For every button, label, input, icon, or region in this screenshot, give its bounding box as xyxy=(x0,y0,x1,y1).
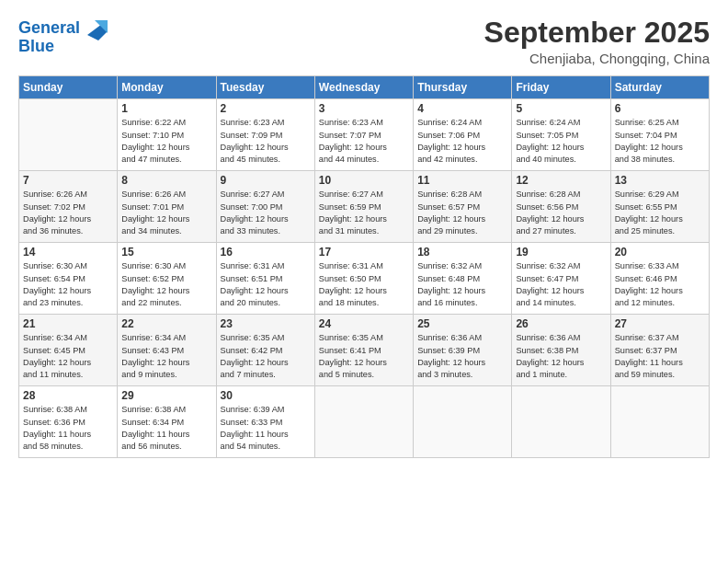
calendar-cell: 14Sunrise: 6:30 AM Sunset: 6:54 PM Dayli… xyxy=(19,243,118,315)
weekday-header: Monday xyxy=(118,76,216,99)
calendar-cell: 25Sunrise: 6:36 AM Sunset: 6:39 PM Dayli… xyxy=(414,315,512,386)
calendar-cell: 22Sunrise: 6:34 AM Sunset: 6:43 PM Dayli… xyxy=(118,315,216,386)
weekday-header: Wednesday xyxy=(314,76,413,99)
day-info: Sunrise: 6:31 AM Sunset: 6:50 PM Dayligh… xyxy=(319,260,409,309)
day-info: Sunrise: 6:29 AM Sunset: 6:55 PM Dayligh… xyxy=(615,189,705,237)
day-number: 9 xyxy=(221,174,311,187)
day-number: 29 xyxy=(121,389,211,402)
day-info: Sunrise: 6:30 AM Sunset: 6:52 PM Dayligh… xyxy=(121,260,211,309)
day-number: 22 xyxy=(121,317,211,330)
day-number: 4 xyxy=(417,102,507,115)
day-number: 12 xyxy=(516,174,606,187)
day-info: Sunrise: 6:38 AM Sunset: 6:34 PM Dayligh… xyxy=(121,404,211,453)
calendar-cell: 1Sunrise: 6:22 AM Sunset: 7:10 PM Daylig… xyxy=(118,99,216,171)
day-info: Sunrise: 6:35 AM Sunset: 6:42 PM Dayligh… xyxy=(221,332,311,381)
day-info: Sunrise: 6:30 AM Sunset: 6:54 PM Dayligh… xyxy=(23,260,113,309)
day-info: Sunrise: 6:34 AM Sunset: 6:45 PM Dayligh… xyxy=(23,332,113,381)
day-number: 25 xyxy=(417,317,507,330)
calendar-cell xyxy=(19,99,118,171)
weekday-header-row: SundayMondayTuesdayWednesdayThursdayFrid… xyxy=(19,76,710,99)
day-number: 2 xyxy=(221,102,311,115)
day-number: 1 xyxy=(121,102,211,115)
day-number: 30 xyxy=(221,389,311,402)
logo: General Blue xyxy=(18,17,108,56)
day-number: 28 xyxy=(23,389,113,402)
month-title: September 2025 xyxy=(484,17,710,49)
calendar-cell: 19Sunrise: 6:32 AM Sunset: 6:47 PM Dayli… xyxy=(512,243,610,315)
day-number: 13 xyxy=(615,174,705,187)
calendar-cell: 5Sunrise: 6:24 AM Sunset: 7:05 PM Daylig… xyxy=(512,99,610,171)
location-title: Chenjiaba, Chongqing, China xyxy=(484,51,710,66)
calendar-table: SundayMondayTuesdayWednesdayThursdayFrid… xyxy=(18,75,710,458)
calendar-cell: 6Sunrise: 6:25 AM Sunset: 7:04 PM Daylig… xyxy=(610,99,709,171)
day-info: Sunrise: 6:33 AM Sunset: 6:46 PM Dayligh… xyxy=(615,260,705,309)
calendar-cell: 30Sunrise: 6:39 AM Sunset: 6:33 PM Dayli… xyxy=(216,386,314,458)
calendar-cell xyxy=(414,386,512,458)
day-number: 23 xyxy=(221,317,311,330)
calendar-week-row: 7Sunrise: 6:26 AM Sunset: 7:02 PM Daylig… xyxy=(19,171,710,243)
calendar-week-row: 1Sunrise: 6:22 AM Sunset: 7:10 PM Daylig… xyxy=(19,99,710,171)
day-info: Sunrise: 6:24 AM Sunset: 7:06 PM Dayligh… xyxy=(417,117,507,166)
weekday-header: Saturday xyxy=(610,76,709,99)
weekday-header: Friday xyxy=(512,76,610,99)
day-info: Sunrise: 6:26 AM Sunset: 7:01 PM Dayligh… xyxy=(121,189,211,237)
day-info: Sunrise: 6:27 AM Sunset: 6:59 PM Dayligh… xyxy=(319,189,409,237)
calendar-cell: 24Sunrise: 6:35 AM Sunset: 6:41 PM Dayli… xyxy=(314,315,413,386)
day-info: Sunrise: 6:34 AM Sunset: 6:43 PM Dayligh… xyxy=(121,332,211,381)
day-number: 16 xyxy=(221,246,311,259)
day-number: 3 xyxy=(319,102,409,115)
page: General Blue September 2025 Chenjiaba, C… xyxy=(0,0,728,563)
logo-icon xyxy=(82,15,108,40)
day-number: 21 xyxy=(23,317,113,330)
day-number: 15 xyxy=(121,246,211,259)
calendar-cell xyxy=(512,386,610,458)
day-number: 8 xyxy=(121,174,211,187)
day-number: 5 xyxy=(516,102,606,115)
day-number: 11 xyxy=(417,174,507,187)
calendar-cell: 15Sunrise: 6:30 AM Sunset: 6:52 PM Dayli… xyxy=(118,243,216,315)
day-info: Sunrise: 6:22 AM Sunset: 7:10 PM Dayligh… xyxy=(121,117,211,166)
day-info: Sunrise: 6:28 AM Sunset: 6:56 PM Dayligh… xyxy=(516,189,606,237)
day-number: 10 xyxy=(319,174,409,187)
calendar-cell: 9Sunrise: 6:27 AM Sunset: 7:00 PM Daylig… xyxy=(216,171,314,243)
calendar-cell: 12Sunrise: 6:28 AM Sunset: 6:56 PM Dayli… xyxy=(512,171,610,243)
title-block: September 2025 Chenjiaba, Chongqing, Chi… xyxy=(484,17,710,66)
calendar-cell: 10Sunrise: 6:27 AM Sunset: 6:59 PM Dayli… xyxy=(314,171,413,243)
day-info: Sunrise: 6:24 AM Sunset: 7:05 PM Dayligh… xyxy=(516,117,606,166)
calendar-cell: 2Sunrise: 6:23 AM Sunset: 7:09 PM Daylig… xyxy=(216,99,314,171)
day-info: Sunrise: 6:39 AM Sunset: 6:33 PM Dayligh… xyxy=(221,404,311,453)
day-number: 14 xyxy=(23,246,113,259)
calendar-week-row: 28Sunrise: 6:38 AM Sunset: 6:36 PM Dayli… xyxy=(19,386,710,458)
calendar-cell: 18Sunrise: 6:32 AM Sunset: 6:48 PM Dayli… xyxy=(414,243,512,315)
calendar-cell: 13Sunrise: 6:29 AM Sunset: 6:55 PM Dayli… xyxy=(610,171,709,243)
calendar-cell xyxy=(314,386,413,458)
day-info: Sunrise: 6:27 AM Sunset: 7:00 PM Dayligh… xyxy=(221,189,311,237)
weekday-header: Thursday xyxy=(414,76,512,99)
calendar-cell: 4Sunrise: 6:24 AM Sunset: 7:06 PM Daylig… xyxy=(414,99,512,171)
day-number: 19 xyxy=(516,246,606,259)
day-number: 17 xyxy=(319,246,409,259)
calendar-cell: 27Sunrise: 6:37 AM Sunset: 6:37 PM Dayli… xyxy=(610,315,709,386)
day-number: 7 xyxy=(23,174,113,187)
calendar-cell: 28Sunrise: 6:38 AM Sunset: 6:36 PM Dayli… xyxy=(19,386,118,458)
day-info: Sunrise: 6:26 AM Sunset: 7:02 PM Dayligh… xyxy=(23,189,113,237)
day-info: Sunrise: 6:31 AM Sunset: 6:51 PM Dayligh… xyxy=(221,260,311,309)
day-number: 27 xyxy=(615,317,705,330)
calendar-cell: 11Sunrise: 6:28 AM Sunset: 6:57 PM Dayli… xyxy=(414,171,512,243)
day-number: 26 xyxy=(516,317,606,330)
day-info: Sunrise: 6:35 AM Sunset: 6:41 PM Dayligh… xyxy=(319,332,409,381)
day-number: 6 xyxy=(615,102,705,115)
day-number: 20 xyxy=(615,246,705,259)
calendar-cell: 21Sunrise: 6:34 AM Sunset: 6:45 PM Dayli… xyxy=(19,315,118,386)
calendar-cell: 23Sunrise: 6:35 AM Sunset: 6:42 PM Dayli… xyxy=(216,315,314,386)
day-info: Sunrise: 6:38 AM Sunset: 6:36 PM Dayligh… xyxy=(23,404,113,453)
day-info: Sunrise: 6:25 AM Sunset: 7:04 PM Dayligh… xyxy=(615,117,705,166)
day-info: Sunrise: 6:36 AM Sunset: 6:39 PM Dayligh… xyxy=(417,332,507,381)
calendar-cell xyxy=(610,386,709,458)
day-info: Sunrise: 6:32 AM Sunset: 6:47 PM Dayligh… xyxy=(516,260,606,309)
day-info: Sunrise: 6:37 AM Sunset: 6:37 PM Dayligh… xyxy=(615,332,705,381)
day-info: Sunrise: 6:32 AM Sunset: 6:48 PM Dayligh… xyxy=(417,260,507,309)
day-info: Sunrise: 6:23 AM Sunset: 7:07 PM Dayligh… xyxy=(319,117,409,166)
weekday-header: Tuesday xyxy=(216,76,314,99)
day-info: Sunrise: 6:36 AM Sunset: 6:38 PM Dayligh… xyxy=(516,332,606,381)
